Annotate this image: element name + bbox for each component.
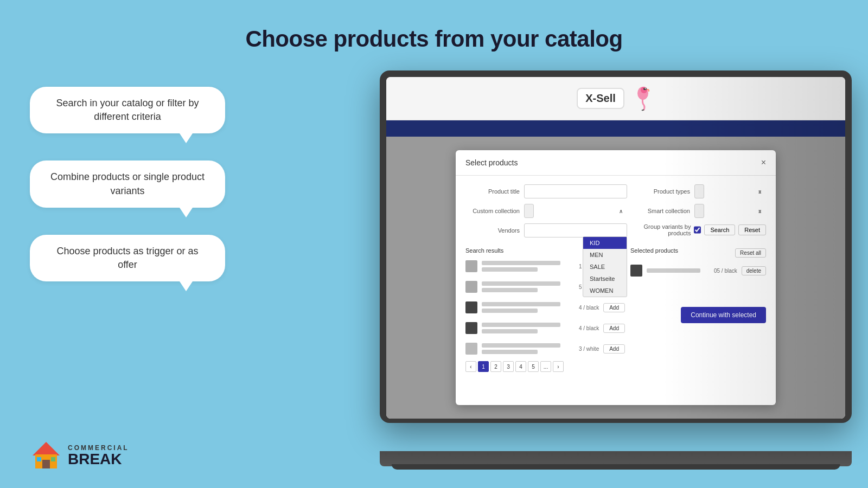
- pagination-page-1[interactable]: 1: [478, 361, 489, 372]
- product-bar-desc-5: [482, 350, 538, 354]
- xsell-badge: X-Sell: [577, 88, 624, 109]
- add-product-button-3[interactable]: Add: [603, 303, 625, 312]
- pagination-page-4[interactable]: 4: [515, 361, 526, 372]
- product-types-select[interactable]: [694, 184, 704, 198]
- product-bars-5: [482, 343, 575, 354]
- product-bars-4: [482, 323, 575, 333]
- product-variant-3: 4 / black: [579, 305, 599, 311]
- laptop-screen: X-Sell: [386, 77, 845, 419]
- modal-header: Select products ×: [456, 150, 776, 176]
- custom-collection-select-wrapper: ∧: [524, 204, 627, 218]
- product-thumbnail-3: [465, 301, 477, 313]
- product-bar-name-5: [482, 343, 560, 348]
- pagination-prev[interactable]: ‹: [465, 361, 476, 372]
- app-content-area: Select products × Product title: [386, 137, 845, 419]
- vendors-dropdown-menu: KID MEN SALE Startseite WOMEN: [583, 236, 627, 297]
- selected-product-row: 05 / black delete: [630, 262, 766, 279]
- product-bar-name-1: [482, 261, 560, 265]
- product-types-row: Product types ∨: [636, 184, 766, 198]
- callout-text-2: Combine products or single product varia…: [50, 171, 205, 196]
- callout-text-1: Search in your catalog or filter by diff…: [56, 98, 199, 122]
- vendors-row: Vendors KID MEN SALE: [465, 223, 627, 237]
- product-bars-3: [482, 302, 575, 313]
- svg-marker-5: [33, 442, 60, 455]
- callout-text-3: Choose products as trigger or as offer: [56, 246, 198, 270]
- modal-body: Product title Custom collection ∧: [456, 176, 776, 381]
- product-bar-desc-2: [482, 288, 538, 292]
- smart-collection-row: Smart collection ∨: [636, 204, 766, 218]
- product-bar-name-3: [482, 302, 560, 306]
- product-types-wrapper: ∨: [694, 184, 766, 198]
- reset-button[interactable]: Reset: [738, 224, 766, 235]
- svg-point-4: [645, 88, 646, 89]
- vendors-select-display[interactable]: [524, 223, 627, 237]
- nav-bar: [386, 120, 845, 137]
- continue-with-selected-button[interactable]: Continue with selected: [681, 307, 766, 323]
- vendor-option-startseite[interactable]: Startseite: [583, 273, 627, 285]
- add-product-button-4[interactable]: Add: [603, 324, 625, 333]
- group-variants-label: Group variants by products: [636, 223, 691, 236]
- selected-product-bars-1: [647, 268, 710, 273]
- vendor-option-men[interactable]: MEN: [583, 249, 627, 261]
- product-bar-desc-1: [482, 267, 538, 272]
- product-bar-name-2: [482, 281, 560, 286]
- product-bar-name-4: [482, 323, 560, 327]
- smart-collection-wrapper: ∨: [694, 204, 766, 218]
- vendors-label: Vendors: [465, 227, 520, 234]
- vendor-option-kid[interactable]: KID: [583, 237, 627, 249]
- pagination-page-3[interactable]: 3: [503, 361, 514, 372]
- selected-product-thumbnail-1: [630, 265, 642, 277]
- pagination-next[interactable]: ›: [553, 361, 564, 372]
- product-title-label: Product title: [465, 188, 520, 195]
- app-header: X-Sell: [386, 77, 845, 120]
- callout-bubble-2: Combine products or single product varia…: [30, 160, 225, 207]
- vendor-option-sale[interactable]: SALE: [583, 261, 627, 273]
- table-row: 3 / white Add: [465, 341, 625, 357]
- callout-bubble-1: Search in your catalog or filter by diff…: [30, 87, 225, 133]
- group-variants-checkbox[interactable]: [694, 226, 701, 234]
- selected-product-bar-1: [647, 268, 700, 273]
- page-title: Choose products from your catalog: [0, 0, 868, 52]
- callouts-container: Search in your catalog or filter by diff…: [30, 87, 225, 281]
- group-variants-row: Group variants by products Search Reset: [636, 223, 766, 236]
- pagination-ellipsis[interactable]: ...: [540, 361, 551, 372]
- product-bar-desc-4: [482, 329, 538, 333]
- laptop-device: X-Sell: [380, 70, 852, 466]
- delete-product-button-1[interactable]: delete: [742, 266, 766, 275]
- product-title-input[interactable]: [524, 184, 627, 198]
- vendor-option-women[interactable]: WOMEN: [583, 285, 627, 297]
- svg-point-1: [641, 87, 647, 93]
- product-bars-2: [482, 281, 575, 292]
- svg-rect-9: [51, 457, 55, 461]
- selected-product-variant-1: 05 / black: [714, 268, 737, 274]
- table-row: 4 / black Add: [465, 320, 625, 336]
- add-product-button-5[interactable]: Add: [603, 344, 625, 354]
- brand-break-text: BREAK: [68, 452, 129, 467]
- custom-collection-select[interactable]: [524, 204, 534, 218]
- laptop-base: [380, 451, 852, 466]
- brand-logo: COMMERCIAL BREAK: [30, 439, 129, 472]
- pagination-page-2[interactable]: 2: [490, 361, 501, 372]
- xsell-logo: X-Sell: [577, 86, 655, 112]
- product-bar-desc-3: [482, 309, 538, 313]
- custom-collection-label: Custom collection: [465, 208, 520, 214]
- smart-collection-label: Smart collection: [636, 208, 690, 214]
- product-variant-5: 3 / white: [579, 346, 599, 352]
- search-button[interactable]: Search: [704, 224, 735, 235]
- brand-text: COMMERCIAL BREAK: [68, 444, 129, 467]
- reset-all-button[interactable]: Reset all: [735, 248, 766, 258]
- table-row: 4 / black Add: [465, 299, 625, 316]
- select-products-modal: Select products × Product title: [456, 150, 776, 405]
- product-bars-1: [482, 261, 575, 272]
- pagination: ‹ 1 2 3 4 5 ... ›: [465, 361, 625, 372]
- product-thumbnail-2: [465, 281, 477, 293]
- product-thumbnail-5: [465, 343, 477, 355]
- brand-house-icon: [30, 439, 62, 472]
- pagination-page-5[interactable]: 5: [528, 361, 539, 372]
- callout-bubble-3: Choose products as trigger or as offer: [30, 235, 225, 281]
- modal-close-button[interactable]: ×: [761, 158, 766, 168]
- product-thumbnail-1: [465, 260, 477, 272]
- selected-products-header: Selected products: [630, 247, 678, 254]
- smart-collection-select[interactable]: [694, 204, 704, 218]
- svg-rect-7: [42, 460, 50, 468]
